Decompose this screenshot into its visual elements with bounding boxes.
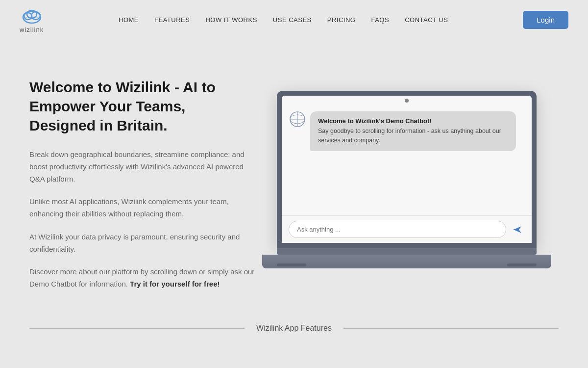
nav-item-faqs[interactable]: FAQS (371, 16, 389, 24)
nav-item-home[interactable]: HOME (119, 16, 139, 24)
nav-item-how-it-works[interactable]: HOW IT WORKS (205, 16, 257, 24)
laptop-foot-right (507, 263, 537, 266)
hero-title: Welcome to Wizilink - AI to Empower Your… (29, 78, 255, 135)
logo-icon (20, 6, 44, 25)
send-button[interactable] (510, 222, 525, 237)
cta-link[interactable]: Try it for yourself for free! (130, 280, 220, 288)
nav-item-features[interactable]: FEATURES (154, 16, 190, 24)
camera-dot (405, 99, 409, 103)
chat-bubble: Welcome to Wizilink's Demo Chatbot! Say … (310, 111, 516, 151)
nav-item-contact-us[interactable]: CONTACT US (405, 16, 448, 24)
laptop-bottom (262, 255, 551, 268)
hero-para-1: Break down geographical boundaries, stre… (29, 149, 255, 185)
laptop-wrapper: Welcome to Wizilink's Demo Chatbot! Say … (262, 91, 551, 277)
hero-section: Welcome to Wizilink - AI to Empower Your… (29, 78, 255, 290)
laptop-foot-left (277, 263, 306, 266)
laptop-base (262, 248, 551, 277)
hero-para-2: Unlike most AI applications, Wizilink co… (29, 196, 255, 220)
chat-input-row (282, 215, 532, 243)
header: wizilink HOME FEATURES HOW IT WORKS USE … (0, 0, 588, 39)
chat-message-row: Welcome to Wizilink's Demo Chatbot! Say … (290, 111, 524, 151)
laptop-screen-inner: Welcome to Wizilink's Demo Chatbot! Say … (282, 96, 532, 243)
chat-bubble-text: Say goodbye to scrolling for information… (318, 127, 508, 145)
laptop-screen-outer: Welcome to Wizilink's Demo Chatbot! Say … (277, 91, 537, 248)
main-nav: HOME FEATURES HOW IT WORKS USE CASES PRI… (119, 16, 448, 24)
divider-line-right (343, 328, 559, 329)
chatbot-illustration: Welcome to Wizilink's Demo Chatbot! Say … (255, 91, 559, 277)
chat-input[interactable] (289, 221, 506, 238)
hero-para-4: Discover more about our platform by scro… (29, 266, 255, 290)
chatbot-avatar (290, 111, 305, 127)
main-content: Welcome to Wizilink - AI to Empower Your… (0, 39, 588, 319)
logo-text: wizilink (20, 26, 44, 33)
chat-bubble-title: Welcome to Wizilink's Demo Chatbot! (318, 117, 508, 125)
hero-para-3: At Wizilink your data privacy is paramou… (29, 231, 255, 256)
nav-item-use-cases[interactable]: USE CASES (273, 16, 312, 24)
laptop-hinge (277, 248, 537, 255)
divider-line-left (29, 328, 245, 329)
send-icon (512, 224, 523, 235)
login-button[interactable]: Login (523, 11, 568, 29)
features-divider: Wizilink App Features (0, 324, 588, 333)
logo[interactable]: wizilink (20, 6, 44, 33)
features-label: Wizilink App Features (245, 324, 343, 333)
nav-item-pricing[interactable]: PRICING (327, 16, 356, 24)
chat-area: Welcome to Wizilink's Demo Chatbot! Say … (282, 104, 532, 215)
